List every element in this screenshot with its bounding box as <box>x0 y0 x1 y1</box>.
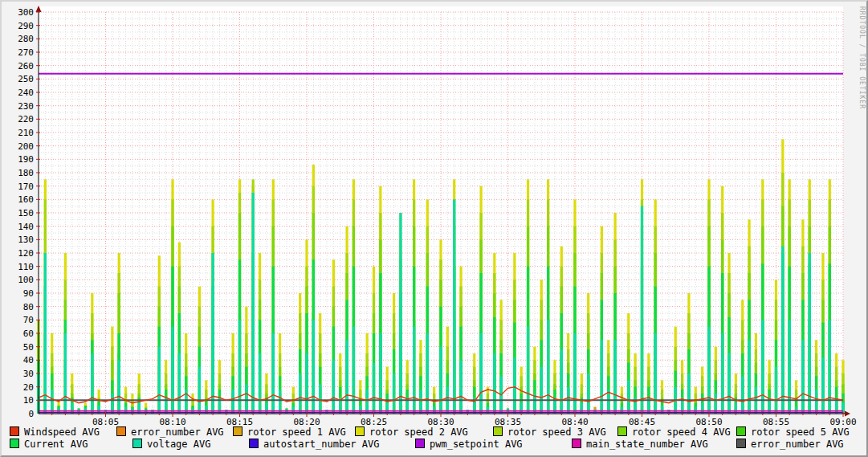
legend-item-rotor-speed-2-avg: rotor speed 2 AVG <box>355 426 468 438</box>
y-tick-label: 110 <box>18 262 34 272</box>
legend-swatch <box>132 439 142 448</box>
spike <box>151 410 153 414</box>
spike <box>399 213 401 414</box>
x-tick-label: 08:35 <box>495 417 521 426</box>
legend-item-pwm-setpoint-avg: pwm_setpoint AVG <box>415 439 523 450</box>
y-tick-label: 230 <box>18 101 34 112</box>
y-tick-label: 300 <box>18 7 34 18</box>
y-tick-label: 10 <box>23 395 34 406</box>
legend-item-windspeed-avg: Windspeed AVG <box>10 426 100 438</box>
legend-swatch <box>10 426 19 436</box>
spike <box>64 333 67 414</box>
spike <box>419 390 422 414</box>
spike <box>775 367 777 414</box>
y-tick-label: 90 <box>23 288 34 299</box>
x-tick-label: 08:05 <box>92 417 119 426</box>
spike <box>212 253 214 414</box>
legend-label: Windspeed AVG <box>24 426 100 438</box>
y-tick-label: 260 <box>18 61 34 71</box>
spike <box>614 340 617 414</box>
legend-swatch <box>736 426 746 436</box>
x-tick-label: 08:20 <box>293 417 320 426</box>
spike <box>426 333 429 414</box>
x-tick-label: 08:50 <box>695 417 722 426</box>
spike <box>245 384 247 414</box>
spike <box>560 349 563 414</box>
y-tick-label: 200 <box>18 141 34 152</box>
legend-label: main_state_number AVG <box>586 439 708 450</box>
y-tick-label: 220 <box>18 114 34 124</box>
y-tick-label: 150 <box>18 208 34 218</box>
legend-swatch <box>493 426 503 436</box>
spike <box>158 347 161 414</box>
spike <box>627 380 630 414</box>
spike <box>809 253 811 414</box>
y-tick-label: 160 <box>18 194 34 205</box>
spike <box>272 333 275 414</box>
x-tick-label: 08:55 <box>763 417 789 426</box>
spike <box>801 340 804 414</box>
legend-label: rotor speed 2 AVG <box>369 426 468 438</box>
spike <box>821 357 824 414</box>
y-tick-label: 270 <box>18 47 34 58</box>
spike <box>573 333 576 414</box>
spike <box>654 333 657 414</box>
spike <box>593 410 596 414</box>
spike <box>540 367 543 414</box>
legend-item-rotor-speed-5-avg: rotor speed 5 AVG <box>736 426 850 438</box>
legend-item-error-number-avg: error_number AVG <box>736 439 844 450</box>
y-tick-label: 180 <box>18 168 34 178</box>
legend-label: rotor speed 1 AVG <box>247 426 346 438</box>
y-tick-label: 190 <box>18 154 34 165</box>
legend-item-main-state-number-avg: main_state_number AVG <box>572 439 708 450</box>
y-tick-label: 210 <box>18 128 34 138</box>
time-series-plot: 0102030405060708090100110120130140150160… <box>2 2 866 426</box>
spike <box>727 353 730 414</box>
legend-item-voltage-avg: voltage AVG <box>132 439 210 450</box>
spike <box>815 390 817 414</box>
spike <box>373 363 375 414</box>
spike <box>178 353 181 414</box>
spike <box>480 333 483 414</box>
spike <box>601 340 603 414</box>
legend-label: Current AVG <box>24 439 88 450</box>
rrd-graph-canvas: 0102030405060708090100110120130140150160… <box>0 0 868 457</box>
legend-label: rotor speed 5 AVG <box>751 426 850 438</box>
y-tick-label: 70 <box>23 315 34 325</box>
y-tick-label: 280 <box>18 34 34 44</box>
legend-item-current-avg: Current AVG <box>10 439 88 450</box>
spike <box>279 390 281 414</box>
y-tick-label: 140 <box>18 222 34 232</box>
rrdtool-watermark: RRDTOOL / TOBI OETIKER <box>858 6 866 109</box>
x-tick-label: 08:45 <box>629 417 655 426</box>
legend-label: autostart_number AVG <box>263 439 380 450</box>
spike <box>252 193 255 414</box>
spike <box>741 376 744 414</box>
spike <box>513 357 516 414</box>
spike <box>641 206 643 414</box>
spike <box>259 353 261 414</box>
y-tick-label: 130 <box>18 235 34 245</box>
y-tick-label: 170 <box>18 182 34 192</box>
y-tick-label: 0 <box>28 409 34 419</box>
legend-label: voltage AVG <box>147 439 210 450</box>
spike <box>299 373 301 414</box>
legend-swatch <box>116 426 126 436</box>
spike <box>721 333 723 414</box>
legend-swatch <box>249 439 259 448</box>
spike <box>51 390 53 414</box>
y-tick-label: 40 <box>23 355 34 365</box>
legend-item-rotor-speed-4-avg: rotor speed 4 AVG <box>617 426 731 438</box>
legend-item-rotor-speed-3-avg: rotor speed 3 AVG <box>493 426 606 438</box>
y-tick-label: 250 <box>18 74 34 84</box>
spike <box>393 373 395 414</box>
x-tick-label: 08:40 <box>561 417 588 426</box>
spike <box>366 390 369 414</box>
spike <box>748 340 751 414</box>
legend-item-autostart-number-avg: autostart_number AVG <box>249 439 380 450</box>
legend: Windspeed AVGerror_number AVGrotor speed… <box>2 426 868 455</box>
y-tick-label: 30 <box>23 369 34 379</box>
spike <box>285 410 287 414</box>
x-tick-label: 08:10 <box>159 417 185 426</box>
y-tick-label: 290 <box>18 21 34 31</box>
